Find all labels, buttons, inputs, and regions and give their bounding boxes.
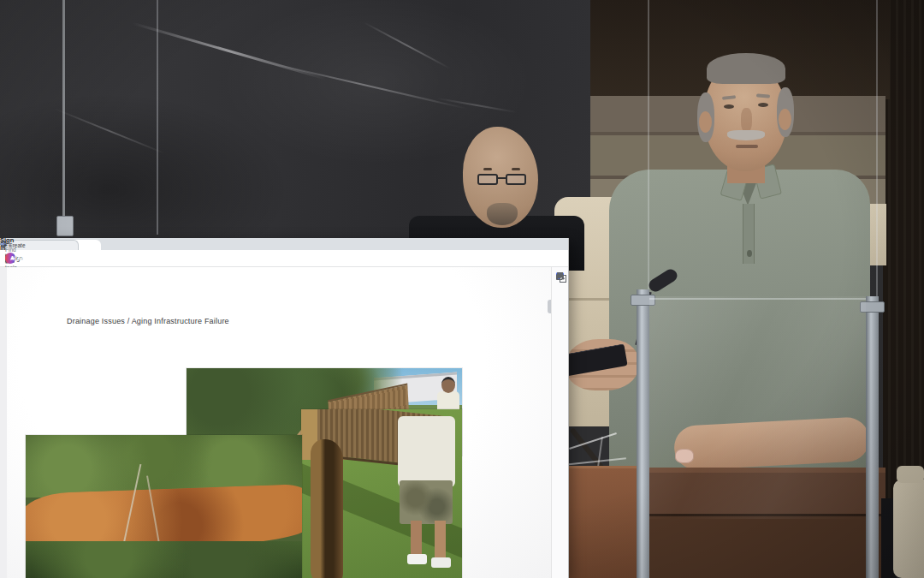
- leather-chair: [897, 466, 924, 483]
- shield-post: [637, 289, 649, 578]
- plexiglass-edge: [648, 0, 649, 296]
- resident-shoe: [407, 554, 427, 564]
- photo-eroded-ravine: [26, 435, 302, 578]
- shirt-button: [747, 250, 752, 257]
- panel-collapse-handle[interactable]: [548, 300, 551, 313]
- ai-assistant-button[interactable]: AI Assistant: [5, 253, 15, 264]
- side-desk: [560, 466, 639, 578]
- leather-chair: [893, 480, 924, 578]
- shield-reflection: [649, 296, 866, 519]
- toolbar: E-Sign Find text or tools AI Assistant: [0, 250, 568, 267]
- zoom-icon[interactable]: [557, 272, 563, 278]
- seated-man-eye: [483, 168, 492, 170]
- seated-man-eye: [512, 168, 520, 170]
- speaker-ear: [779, 109, 791, 130]
- seated-man-goatee: [487, 203, 518, 225]
- screenshot-frame: 075_Infrastructure... × + Create Sign in…: [0, 0, 924, 578]
- right-tool-rail: [551, 267, 568, 578]
- resident-camo-shorts: [400, 480, 453, 524]
- speaker-hair: [707, 53, 785, 84]
- acrobat-window: 075_Infrastructure... × + Create Sign in…: [0, 238, 569, 578]
- photo-yard-trench: [301, 409, 462, 578]
- seated-man-glasses: [477, 174, 498, 185]
- tab-bar: 075_Infrastructure... × + Create Sign in…: [0, 238, 568, 250]
- speaker-mustache: [727, 130, 765, 140]
- plexiglass-edge: [157, 0, 158, 235]
- speaker-mouth: [736, 145, 758, 148]
- slide-title: Drainage Issues / Aging Infrastructure F…: [67, 317, 229, 325]
- speaker-nose: [741, 108, 752, 132]
- speaker-ear: [699, 111, 712, 133]
- erosion-trench: [311, 439, 343, 578]
- seated-man-glasses: [506, 174, 526, 185]
- speaker-eye: [758, 103, 768, 107]
- ai-assistant-label: AI Assistant: [10, 255, 42, 261]
- speaker-eye: [724, 104, 734, 109]
- resident-leg: [435, 521, 446, 561]
- resident-shirt: [398, 416, 456, 487]
- vegetation: [26, 541, 302, 578]
- plexiglass-bracket: [56, 216, 74, 236]
- resident-head: [441, 377, 455, 392]
- shield-post: [866, 296, 879, 578]
- resident-leg: [411, 521, 422, 557]
- document-area[interactable]: Drainage Issues / Aging Infrastructure F…: [0, 267, 552, 578]
- glasses-bridge: [497, 177, 506, 179]
- pdf-page[interactable]: Drainage Issues / Aging Infrastructure F…: [7, 267, 552, 578]
- resident-shoe: [431, 557, 451, 568]
- plexiglass-edge: [876, 0, 878, 301]
- plexiglass-edge: [62, 0, 65, 224]
